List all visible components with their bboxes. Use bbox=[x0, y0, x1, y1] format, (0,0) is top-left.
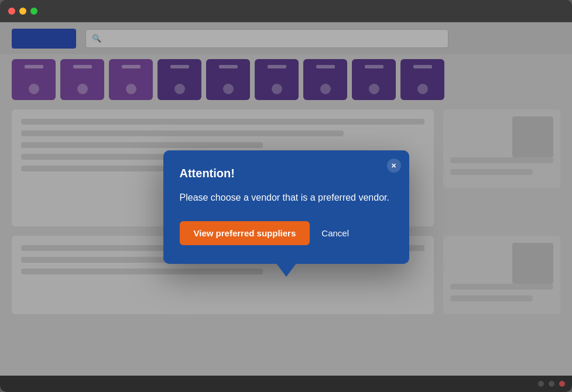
minimize-button[interactable] bbox=[19, 8, 26, 15]
view-preferred-suppliers-button[interactable]: View preferred suppliers bbox=[180, 221, 310, 245]
maximize-button[interactable] bbox=[30, 8, 37, 15]
attention-dialog: × Attention! Please choose a vendor that… bbox=[163, 150, 409, 264]
modal-overlay: × Attention! Please choose a vendor that… bbox=[0, 22, 572, 392]
dialog-close-button[interactable]: × bbox=[387, 159, 401, 173]
close-button[interactable] bbox=[8, 8, 15, 15]
dialog-title: Attention! bbox=[180, 167, 393, 180]
app-content: 🔍 bbox=[0, 22, 572, 392]
traffic-lights bbox=[8, 8, 37, 15]
dialog-message: Please choose a vendor that is a preferr… bbox=[180, 191, 393, 205]
cancel-button[interactable]: Cancel bbox=[321, 228, 349, 238]
titlebar bbox=[0, 0, 572, 22]
app-window: 🔍 bbox=[0, 0, 572, 392]
dialog-actions: View preferred suppliers Cancel bbox=[180, 221, 393, 245]
